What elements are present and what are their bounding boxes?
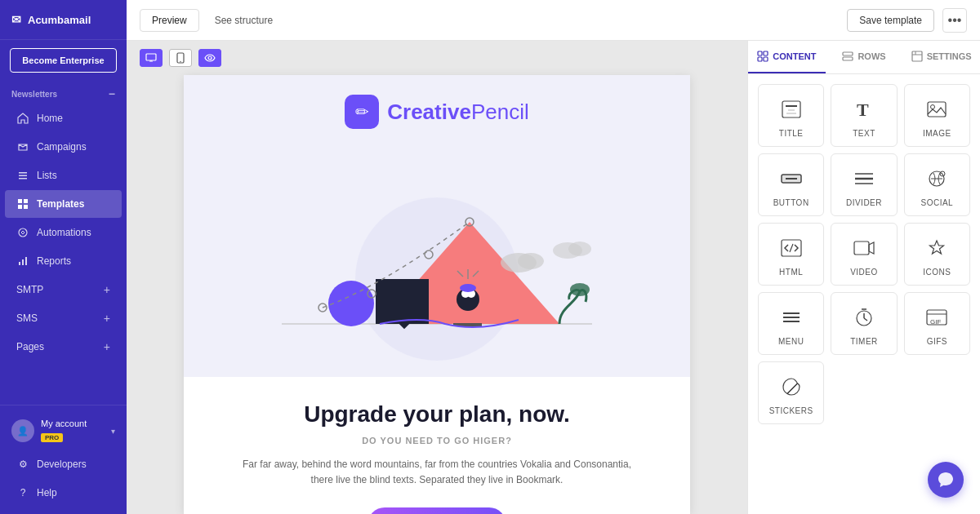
sidebar-item-templates[interactable]: Templates <box>5 190 122 218</box>
content-item-html[interactable]: HTML <box>758 223 824 286</box>
sidebar-home-label: Home <box>37 113 63 124</box>
email-body: Upgrade your plan, now. DO YOU NEED TO G… <box>184 377 690 514</box>
svg-point-25 <box>460 284 476 292</box>
svg-rect-41 <box>764 57 768 61</box>
developers-icon: ⚙ <box>16 458 29 471</box>
content-item-button[interactable]: BUTTON <box>758 153 824 216</box>
user-account[interactable]: 👤 My account PRO ▾ <box>0 412 127 450</box>
sidebar-campaigns-label: Campaigns <box>37 141 87 153</box>
mail-icon: ✉ <box>11 13 21 26</box>
settings-tab-icon <box>911 51 923 62</box>
sms-add-icon[interactable]: + <box>104 312 110 325</box>
content-tab-icon <box>757 51 768 62</box>
button-icon <box>777 166 806 192</box>
sidebar-pages[interactable]: Pages + <box>5 333 122 361</box>
enterprise-button[interactable]: Become Enterprise <box>10 48 117 73</box>
image-label: IMAGE <box>923 129 951 138</box>
sidebar-item-automations[interactable]: Automations <box>5 219 122 246</box>
content-item-menu[interactable]: MENU <box>758 292 824 355</box>
sidebar-item-help[interactable]: ? Help <box>5 479 122 507</box>
sidebar-item-campaigns[interactable]: Campaigns <box>5 133 122 161</box>
video-label: VIDEO <box>850 268 878 277</box>
toolbar: Preview See structure Save template ••• <box>127 0 980 41</box>
title-icon <box>777 96 806 122</box>
tab-rows[interactable]: ROWS <box>826 41 903 73</box>
campaigns-icon <box>16 140 29 153</box>
sidebar-reports-label: Reports <box>37 255 71 267</box>
chat-bubble[interactable] <box>928 462 964 498</box>
chat-icon <box>937 471 955 489</box>
right-panel: CONTENT ROWS SETTINGS <box>747 41 980 514</box>
collapse-icon[interactable]: − <box>109 87 115 100</box>
svg-point-32 <box>518 253 544 269</box>
content-item-title[interactable]: TITLE <box>758 84 824 147</box>
brand-name-bold: Pencil <box>471 100 529 124</box>
tab-content[interactable]: CONTENT <box>748 41 826 73</box>
menu-label: MENU <box>778 337 804 346</box>
desktop-view-button[interactable] <box>140 49 163 67</box>
content-item-text[interactable]: T TEXT <box>831 84 897 147</box>
content-item-stickers[interactable]: STICKERS <box>758 361 824 424</box>
gifs-icon: GIF <box>922 304 951 330</box>
email-cta-button[interactable]: Upgrade Now <box>368 507 506 514</box>
svg-rect-8 <box>19 262 20 265</box>
smtp-label: SMTP <box>16 284 43 295</box>
video-icon <box>849 235 879 261</box>
content-item-gifs[interactable]: GIF GIFS <box>904 292 970 355</box>
sms-label: SMS <box>16 312 38 324</box>
save-template-button[interactable]: Save template <box>847 9 934 32</box>
svg-rect-44 <box>912 51 922 61</box>
timer-icon <box>849 304 879 330</box>
ellipsis-icon: ••• <box>948 13 962 28</box>
sidebar-sms[interactable]: SMS + <box>5 304 122 332</box>
content-item-divider[interactable]: DIVIDER <box>831 153 897 216</box>
email-headline: Upgrade your plan, now. <box>233 401 641 428</box>
help-icon: ? <box>16 486 29 499</box>
content-item-timer[interactable]: TIMER <box>831 292 897 355</box>
svg-rect-0 <box>19 172 27 174</box>
sidebar-bottom: 👤 My account PRO ▾ ⚙ Developers ? Help <box>0 405 127 514</box>
canvas-toolbar <box>127 41 747 75</box>
content-grid: TITLE T TEXT <box>758 84 970 424</box>
svg-rect-52 <box>928 102 946 117</box>
sidebar: ✉ Acumbamail Become Enterprise Newslette… <box>0 0 127 514</box>
brand-icon: ✏ <box>345 95 379 129</box>
svg-text:T: T <box>857 100 869 120</box>
tab-preview[interactable]: Preview <box>140 9 199 32</box>
svg-rect-39 <box>764 51 768 55</box>
content-item-social[interactable]: SOCIAL <box>904 153 970 216</box>
smtp-add-icon[interactable]: + <box>104 283 110 296</box>
svg-rect-43 <box>843 57 853 60</box>
icons-icon <box>922 235 951 261</box>
rows-tab-icon <box>842 51 853 62</box>
sidebar-lists-label: Lists <box>37 170 57 181</box>
sidebar-item-lists[interactable]: Lists <box>5 162 122 189</box>
preview-toggle-button[interactable] <box>198 49 221 67</box>
chevron-down-icon: ▾ <box>111 427 115 436</box>
templates-icon <box>16 197 29 210</box>
sidebar-item-developers[interactable]: ⚙ Developers <box>5 450 122 478</box>
stickers-label: STICKERS <box>769 406 813 415</box>
content-item-image[interactable]: IMAGE <box>904 84 970 147</box>
more-options-button[interactable]: ••• <box>942 8 967 33</box>
tab-structure[interactable]: See structure <box>203 9 285 32</box>
content-item-icons[interactable]: ICONS <box>904 223 970 286</box>
avatar: 👤 <box>11 419 34 442</box>
sidebar-item-reports[interactable]: Reports <box>5 247 122 275</box>
editor-area: ✏ CreativePencil <box>127 41 980 514</box>
sidebar-smtp[interactable]: SMTP + <box>5 276 122 304</box>
svg-point-7 <box>19 228 27 237</box>
pro-badge: PRO <box>41 433 63 442</box>
brand-name: CreativePencil <box>387 100 528 125</box>
svg-point-14 <box>208 56 212 60</box>
toolbar-actions: Save template ••• <box>847 8 967 33</box>
svg-rect-11 <box>146 54 156 60</box>
panel-content: TITLE T TEXT <box>748 74 980 514</box>
tab-settings[interactable]: SETTINGS <box>902 41 980 73</box>
stickers-icon <box>777 374 806 400</box>
pages-add-icon[interactable]: + <box>104 340 110 353</box>
sidebar-item-home[interactable]: Home <box>5 104 122 132</box>
panel-tabs: CONTENT ROWS SETTINGS <box>748 41 980 74</box>
content-item-video[interactable]: VIDEO <box>831 223 897 286</box>
mobile-view-button[interactable] <box>169 49 192 67</box>
